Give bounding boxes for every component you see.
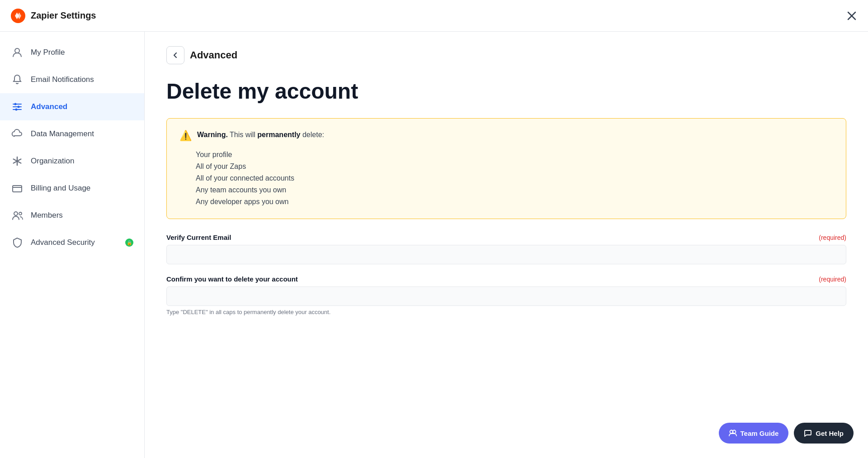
security-lock-badge: 🔒	[125, 239, 133, 247]
shield-icon	[11, 236, 24, 249]
team-guide-label: Team Guide	[741, 429, 779, 437]
list-item: Your profile	[196, 149, 833, 161]
get-help-button[interactable]: Get Help	[794, 423, 854, 444]
sidebar-label-organization: Organization	[31, 157, 74, 166]
list-item: Any team accounts you own	[196, 184, 833, 196]
sidebar-label-my-profile: My Profile	[31, 48, 65, 57]
svg-point-15	[14, 212, 18, 215]
close-icon	[846, 10, 857, 21]
verify-email-label: Verify Current Email	[166, 234, 231, 241]
main-content: Advanced Delete my account ⚠️ Warning. T…	[145, 32, 868, 458]
chat-icon	[804, 429, 812, 437]
svg-point-9	[15, 109, 18, 111]
svg-point-3	[15, 48, 19, 53]
people-icon	[11, 209, 24, 222]
confirm-delete-required: (required)	[819, 276, 846, 283]
sidebar-item-billing-and-usage[interactable]: Billing and Usage	[0, 175, 144, 202]
confirm-delete-hint: Type "DELETE" in all caps to permanently…	[166, 309, 846, 315]
confirm-delete-label: Confirm you want to delete your account	[166, 275, 298, 283]
verify-email-label-row: Verify Current Email (required)	[166, 234, 846, 241]
warning-text-suffix: delete:	[300, 131, 324, 138]
page-heading: Delete my account	[166, 79, 846, 104]
sidebar: My Profile Email Notifications	[0, 32, 145, 458]
verify-email-field-group: Verify Current Email (required)	[166, 234, 846, 264]
warning-header: ⚠️ Warning. This will permanently delete…	[179, 129, 833, 142]
float-buttons: Team Guide Get Help	[719, 423, 854, 444]
sidebar-item-organization[interactable]: Organization	[0, 148, 144, 175]
topbar-left: Zapier Settings	[11, 9, 96, 23]
list-item: All of your connected accounts	[196, 172, 833, 184]
warning-text: Warning. This will permanently delete:	[197, 129, 324, 140]
svg-point-8	[18, 106, 20, 108]
sidebar-label-advanced-security: Advanced Security	[31, 238, 95, 247]
sidebar-label-members: Members	[31, 211, 63, 220]
sidebar-item-advanced-security[interactable]: Advanced Security 🔒	[0, 229, 144, 256]
back-header: Advanced	[166, 46, 846, 64]
list-item: All of your Zaps	[196, 161, 833, 172]
section-title: Advanced	[190, 49, 237, 61]
sidebar-label-data-management: Data Management	[31, 129, 94, 138]
svg-rect-13	[13, 186, 22, 192]
sidebar-item-email-notifications[interactable]: Email Notifications	[0, 66, 144, 93]
team-guide-icon	[729, 429, 737, 437]
card-icon	[11, 182, 24, 195]
zapier-logo-icon	[11, 9, 25, 23]
confirm-delete-label-row: Confirm you want to delete your account …	[166, 275, 846, 283]
back-arrow-icon	[171, 51, 179, 59]
svg-point-16	[19, 212, 22, 215]
sidebar-label-email-notifications: Email Notifications	[31, 75, 94, 84]
back-button[interactable]	[166, 46, 184, 64]
sidebar-item-members[interactable]: Members	[0, 202, 144, 229]
close-button[interactable]	[846, 10, 857, 21]
sliders-icon	[11, 100, 24, 113]
layout: My Profile Email Notifications	[0, 32, 868, 458]
list-item: Any developer apps you own	[196, 196, 833, 208]
svg-point-7	[14, 103, 17, 105]
verify-email-required: (required)	[819, 234, 846, 241]
bell-icon	[11, 73, 24, 86]
warning-bold-word: permanently	[257, 131, 300, 138]
warning-text-mid: This will	[228, 131, 258, 138]
person-icon	[11, 46, 24, 59]
warning-bold-prefix: Warning.	[197, 131, 228, 138]
cloud-icon	[11, 128, 24, 140]
topbar: Zapier Settings	[0, 0, 868, 32]
asterisk-icon	[11, 155, 24, 167]
warning-list: Your profile All of your Zaps All of you…	[179, 149, 833, 208]
confirm-delete-field-group: Confirm you want to delete your account …	[166, 275, 846, 315]
sidebar-label-billing-and-usage: Billing and Usage	[31, 184, 90, 193]
confirm-delete-input[interactable]	[166, 286, 846, 306]
sidebar-item-my-profile[interactable]: My Profile	[0, 39, 144, 66]
verify-email-input[interactable]	[166, 245, 846, 264]
sidebar-label-advanced: Advanced	[31, 102, 67, 111]
app-title: Zapier Settings	[31, 10, 96, 21]
sidebar-item-data-management[interactable]: Data Management	[0, 120, 144, 148]
sidebar-item-advanced[interactable]: Advanced	[0, 93, 144, 120]
get-help-label: Get Help	[816, 429, 844, 437]
team-guide-button[interactable]: Team Guide	[719, 423, 789, 444]
warning-box: ⚠️ Warning. This will permanently delete…	[166, 118, 846, 219]
warning-icon: ⚠️	[179, 130, 192, 142]
